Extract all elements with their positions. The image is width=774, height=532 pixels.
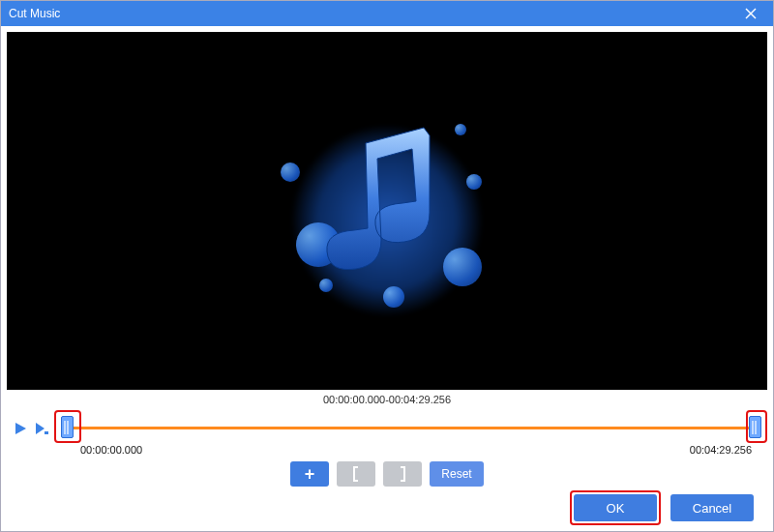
ok-button[interactable]: OK	[574, 494, 657, 521]
play-button[interactable]	[11, 420, 30, 437]
titlebar: Cut Music	[1, 1, 773, 26]
track-row	[11, 409, 763, 448]
dialog-buttons: OK Cancel	[11, 494, 763, 521]
end-handle[interactable]	[749, 416, 761, 438]
reset-label: Reset	[441, 467, 471, 481]
close-button[interactable]	[736, 1, 765, 26]
ok-label: OK	[607, 501, 625, 516]
bracket-left-icon	[351, 466, 361, 482]
trim-track[interactable]	[55, 409, 763, 448]
cancel-button[interactable]: Cancel	[670, 494, 754, 521]
svg-rect-4	[45, 431, 48, 434]
controls-area: 00:00:00.000-00:04:29.256	[1, 390, 773, 531]
play-to-end-icon	[34, 422, 49, 435]
bracket-right-icon	[398, 466, 407, 482]
range-display: 00:00:00.000-00:04:29.256	[11, 394, 763, 405]
start-handle[interactable]	[61, 416, 74, 438]
svg-marker-3	[36, 423, 45, 434]
add-segment-button[interactable]: +	[290, 461, 329, 487]
music-note-icon	[261, 85, 513, 337]
preview-area	[7, 32, 767, 390]
bracket-right-button	[383, 461, 422, 487]
segment-buttons: + Reset	[11, 461, 763, 487]
svg-marker-2	[15, 423, 26, 434]
play-to-end-button[interactable]	[32, 420, 51, 437]
bracket-left-button	[337, 461, 375, 487]
track-line	[69, 427, 750, 429]
cancel-label: Cancel	[693, 501, 731, 516]
cut-music-window: Cut Music	[0, 0, 774, 532]
reset-button[interactable]: Reset	[430, 461, 484, 487]
window-title: Cut Music	[9, 7, 60, 20]
play-icon	[14, 422, 27, 435]
music-note-art	[261, 85, 513, 337]
close-icon	[745, 8, 757, 19]
plus-icon: +	[305, 464, 315, 485]
play-buttons-group	[11, 420, 51, 437]
